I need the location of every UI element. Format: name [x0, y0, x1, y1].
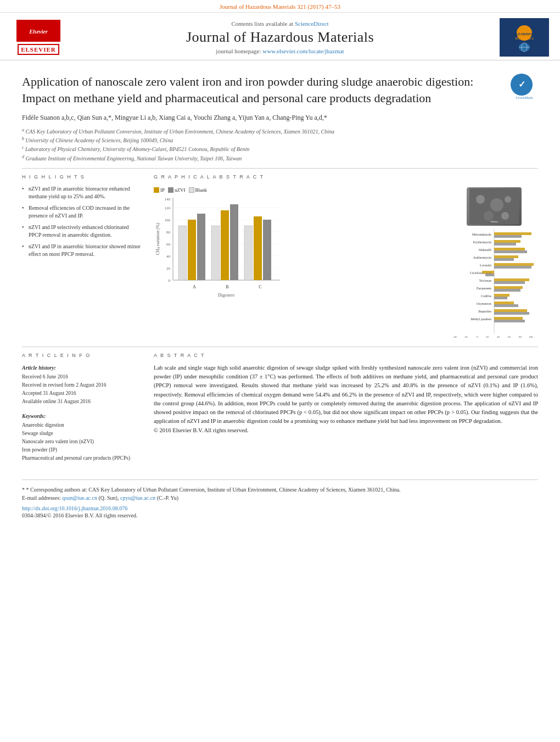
svg-point-34 [490, 198, 503, 211]
authors-line: Fidèle Suanon a,b,c, Qian Sun a,*, Mingy… [22, 113, 538, 123]
svg-text:Oxymetron: Oxymetron [477, 302, 491, 305]
bar-a-blank [178, 226, 187, 280]
keyword-3: Nanoscale zero valent iron (nZVI) [22, 438, 143, 446]
ppcp-chart-section: -40 -20 0 20 40 60 80 100 Removal (%) [450, 229, 538, 341]
email-qsun-link[interactable]: qsun@iue.ac.cn [62, 495, 97, 501]
affiliation-d: d Graduate Institute of Environmental En… [22, 154, 538, 163]
svg-text:Metronidazole: Metronidazole [472, 233, 491, 236]
ppcp-chart-svg: -40 -20 0 20 40 60 80 100 Removal (%) [450, 229, 538, 339]
article-history-label: Article history: [22, 364, 143, 372]
chart-wrapper: IP nZVI Blank [154, 187, 538, 341]
crossmark-badge[interactable]: ✓ CrossMark [511, 74, 538, 101]
svg-text:Faropenem: Faropenem [477, 287, 491, 290]
affiliation-a: a CAS Key Laboratory of Urban Pollutant … [22, 127, 538, 136]
svg-rect-50 [494, 232, 531, 235]
journal-title-area: Contents lists available at ScienceDirec… [66, 20, 494, 54]
article-history: Article history: Received 6 June 2016 Re… [22, 364, 143, 406]
svg-text:40: 40 [497, 336, 500, 338]
bar-chart-area: IP nZVI Blank [154, 187, 446, 341]
svg-text:Azithromycin: Azithromycin [473, 256, 491, 259]
sciencedirect-link[interactable]: ScienceDirect [295, 20, 329, 27]
svg-text:Erythromycin: Erythromycin [473, 241, 491, 244]
bar-c-ip [254, 216, 262, 280]
email-cpyu-link[interactable]: cpyu@iue.ac.cn [120, 495, 155, 501]
available-date: Available online 31 August 2016 [22, 398, 143, 406]
issn-line: 0304-3894/© 2016 Elsevier B.V. All right… [22, 512, 538, 518]
keyword-2: Sewage sludge [22, 429, 143, 438]
svg-rect-75 [494, 297, 507, 299]
article-content: Application of nanoscale zero valent iro… [0, 60, 560, 524]
svg-rect-60 [494, 258, 514, 261]
svg-rect-81 [494, 312, 529, 315]
svg-rect-63 [494, 266, 531, 269]
svg-text:-40: -40 [453, 336, 457, 338]
highlights-list: nZVI and IP in anaerobic bioreactor enha… [22, 185, 143, 259]
abstract-section: A B S T R A C T Lab scale and single sta… [154, 353, 538, 468]
svg-text:Codifos: Codifos [481, 294, 492, 298]
bar-c-blank [244, 226, 253, 280]
highlight-item-2: Removal efficiencies of COD increased in… [22, 204, 143, 220]
doi-link[interactable]: http://dx.doi.org/10.1016/j.jhazmat.2016… [22, 505, 127, 511]
journal-homepage: journal homepage: www.elsevier.com/locat… [66, 48, 494, 54]
hazardous-materials-badge: HAZARDOUS MATERIALS [500, 18, 549, 57]
svg-point-37 [501, 212, 509, 220]
svg-rect-53 [494, 240, 520, 243]
svg-rect-83 [494, 317, 523, 320]
homepage-link[interactable]: www.elsevier.com/locate/jhazmat [262, 48, 344, 54]
svg-rect-74 [494, 294, 509, 297]
legend-ip-box [154, 187, 159, 193]
crossmark-icon: ✓ [511, 74, 533, 96]
article-title-area: Application of nanoscale zero valent iro… [22, 74, 538, 106]
legend-nzvi-box [168, 187, 173, 193]
legend-blank: Blank [189, 187, 208, 193]
email-footnote: E-mail addresses: qsun@iue.ac.cn (Q. Sun… [22, 495, 538, 501]
corresponding-author-footnote: * * Corresponding authors at: CAS Key La… [22, 486, 538, 494]
contents-list: Contents lists available at ScienceDirec… [66, 20, 494, 27]
svg-rect-69 [494, 281, 525, 284]
svg-point-36 [484, 211, 494, 221]
svg-rect-68 [494, 278, 529, 281]
article-info-label: A R T I C L E I N F O [22, 353, 143, 359]
svg-rect-57 [494, 250, 527, 253]
svg-rect-72 [494, 289, 520, 292]
svg-rect-56 [494, 248, 525, 250]
abstract-label: A B S T R A C T [154, 353, 538, 359]
journal-title: Journal of Hazardous Materials [66, 29, 494, 46]
svg-text:-20: -20 [464, 336, 468, 338]
svg-rect-71 [494, 286, 523, 289]
keywords-label: Keywords: [22, 412, 143, 420]
keyword-5: Pharmaceutical and personal care product… [22, 454, 143, 462]
svg-text:100: 100 [165, 218, 171, 222]
highlights-label: H I G H L I G H T S [22, 174, 143, 181]
keyword-1: Anaerobic digestion [22, 421, 143, 429]
svg-rect-78 [494, 304, 518, 307]
svg-point-33 [476, 195, 485, 204]
footnotes-section: * * Corresponding authors at: CAS Key La… [22, 479, 538, 524]
copyright-text: © 2016 Elsevier B.V. All rights reserved… [154, 426, 538, 435]
graphical-abstract-label: G R A P H I C A L A B S T R A C T [154, 174, 538, 181]
svg-text:✓: ✓ [518, 80, 525, 89]
highlights-section: H I G H L I G H T S nZVI and IP in anaer… [22, 174, 143, 341]
chart-legend: IP nZVI Blank [154, 187, 446, 193]
sludge-microscopy-image: 500nm [467, 187, 522, 226]
svg-text:HAZARDOUS: HAZARDOUS [512, 32, 537, 36]
svg-rect-59 [494, 255, 518, 258]
abstract-text: Lab scale and single stage high solid an… [154, 364, 538, 426]
svg-rect-84 [494, 320, 525, 322]
svg-text:Lovastin: Lovastin [480, 264, 491, 267]
svg-text:0: 0 [169, 278, 171, 283]
highlight-item-4: nZVI and IP in anaerobic bioreactor show… [22, 243, 143, 259]
svg-text:60: 60 [166, 242, 171, 247]
svg-text:80: 80 [519, 336, 522, 338]
bar-a-ip [188, 220, 196, 280]
svg-text:C: C [259, 284, 261, 289]
affiliation-b: b University of Chinese Academy of Scien… [22, 136, 538, 144]
svg-rect-77 [494, 302, 514, 304]
bar-c-nzvi [263, 220, 271, 280]
affiliation-c: c Laboratory of Physical Chemistry, Univ… [22, 144, 538, 153]
highlight-item-1: nZVI and IP in anaerobic bioreactor enha… [22, 185, 143, 201]
svg-text:B: B [226, 284, 228, 289]
article-info: A R T I C L E I N F O Article history: R… [22, 353, 143, 468]
bar-b-blank [211, 226, 220, 280]
svg-text:Elsevier: Elsevier [29, 29, 47, 35]
